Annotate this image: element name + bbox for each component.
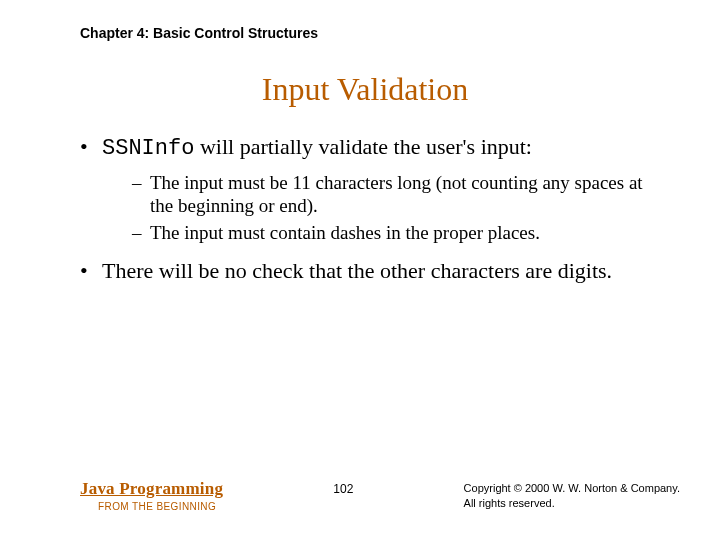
slide-title: Input Validation (80, 71, 650, 108)
bullet-item-2: There will be no check that the other ch… (80, 257, 650, 285)
book-title: Java Programming (80, 479, 223, 499)
book-brand: Java Programming FROM THE BEGINNING (80, 479, 223, 512)
sub-item-1: The input must be 11 characters long (no… (132, 171, 650, 219)
sub-list: The input must be 11 characters long (no… (102, 171, 650, 245)
chapter-header: Chapter 4: Basic Control Structures (80, 25, 650, 41)
footer: Java Programming FROM THE BEGINNING 102 … (80, 479, 680, 512)
bullet-item-1: SSNInfo will partially validate the user… (80, 133, 650, 245)
copyright-line1: Copyright © 2000 W. W. Norton & Company. (464, 482, 680, 494)
copyright-line2: All rights reserved. (464, 497, 555, 509)
bullet-text: will partially validate the user's input… (194, 134, 532, 159)
copyright: Copyright © 2000 W. W. Norton & Company.… (464, 481, 680, 511)
slide-container: Chapter 4: Basic Control Structures Inpu… (0, 0, 720, 540)
code-token: SSNInfo (102, 136, 194, 161)
page-number: 102 (333, 482, 353, 496)
book-subtitle: FROM THE BEGINNING (98, 501, 223, 512)
sub-item-2: The input must contain dashes in the pro… (132, 221, 650, 245)
bullet-list: SSNInfo will partially validate the user… (80, 133, 650, 284)
